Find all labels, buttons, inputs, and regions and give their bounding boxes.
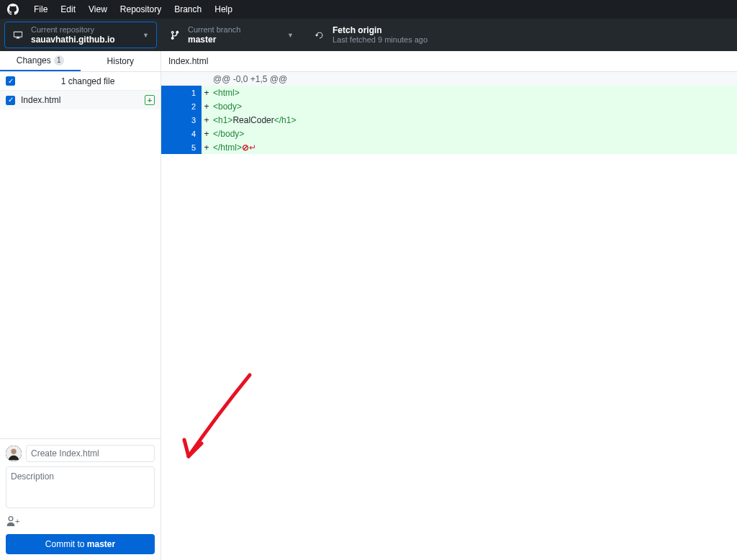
github-logo-icon [7,4,19,15]
menu-branch[interactable]: Branch [168,4,208,14]
fetch-origin-button[interactable]: Fetch origin Last fetched 9 minutes ago [306,22,450,48]
chevron-down-icon: ▼ [143,32,149,39]
diff-line[interactable]: 1+<html> [161,86,737,99]
tab-changes[interactable]: Changes 1 [0,51,81,71]
toolbar: Current repository sauavhathi.github.io … [0,19,737,51]
commit-button-branch: master [87,539,115,549]
diff-hunk-header: @@ -0,0 +1,5 @@ [161,72,737,86]
menubar: File Edit View Repository Branch Help [0,0,737,19]
menu-file[interactable]: File [27,4,54,14]
select-all-checkbox[interactable] [6,76,15,86]
branch-label: Current branch [188,25,240,35]
commit-summary-input[interactable] [26,445,155,462]
tab-changes-label: Changes [17,55,51,66]
main-area: Changes 1 History 1 changed file Index.h… [0,51,737,560]
file-checkbox[interactable] [6,96,15,105]
diff-line[interactable]: 3+<h1>RealCoder</h1> [161,113,737,127]
repo-label: Current repository [31,25,115,35]
tab-history-label: History [107,56,134,66]
diff-line[interactable]: 4+</body> [161,127,737,140]
commit-form: + Commit to master [0,438,160,560]
menu-repository[interactable]: Repository [114,4,168,14]
file-name: Index.html [21,95,145,105]
changes-count-badge: 1 [54,55,64,66]
diff-filename: Index.html [161,51,737,72]
diff-line[interactable]: 2+<body> [161,99,737,113]
commit-description-input[interactable] [6,466,155,508]
svg-point-1 [11,449,16,454]
commit-button[interactable]: Commit to master [6,534,155,554]
changed-file-row[interactable]: Index.html + [0,91,160,109]
fetch-label: Fetch origin [333,25,428,35]
tab-history[interactable]: History [81,51,161,71]
fetch-sub: Last fetched 9 minutes ago [333,35,428,45]
repo-name: sauavhathi.github.io [31,35,115,45]
diff-body[interactable]: @@ -0,0 +1,5 @@1+<html>2+<body>3+<h1>Rea… [161,72,737,560]
menu-edit[interactable]: Edit [54,4,82,14]
branch-name: master [188,35,240,45]
commit-button-prefix: Commit to [45,539,87,549]
diff-view: Index.html @@ -0,0 +1,5 @@1+<html>2+<bod… [161,51,737,560]
sidebar-tabs: Changes 1 History [0,51,160,72]
changed-files-header: 1 changed file [0,72,160,91]
user-avatar [6,446,22,461]
file-added-icon: + [145,95,155,105]
changed-files-count: 1 changed file [21,76,155,86]
sync-icon [314,30,325,40]
diff-line[interactable]: 5+</html> ⊘↵ [161,140,737,154]
menu-view[interactable]: View [82,4,114,14]
computer-icon [12,30,24,40]
git-branch-icon [169,30,181,40]
current-branch-button[interactable]: Current branch master ▼ [161,22,302,48]
sidebar: Changes 1 History 1 changed file Index.h… [0,51,161,560]
add-coauthors-button[interactable]: + [6,512,155,530]
chevron-down-icon: ▼ [287,32,294,39]
menu-help[interactable]: Help [208,4,239,14]
current-repo-button[interactable]: Current repository sauavhathi.github.io … [4,22,157,48]
